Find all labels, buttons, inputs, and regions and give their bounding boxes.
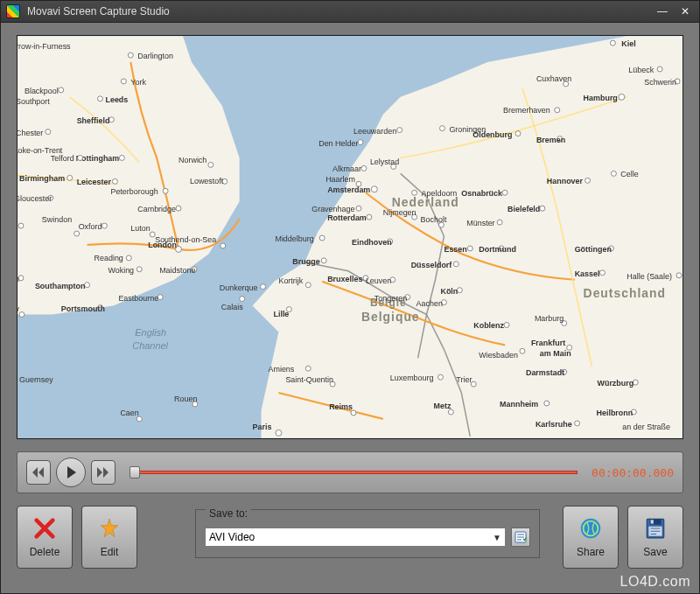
play-button[interactable] bbox=[56, 458, 86, 487]
svg-text:Kassel: Kassel bbox=[575, 269, 600, 278]
svg-text:Marburg: Marburg bbox=[535, 314, 564, 323]
svg-text:Groningen: Groningen bbox=[449, 125, 486, 134]
svg-text:Southport: Southport bbox=[18, 97, 50, 106]
preview-viewport: Nederland België Belgique Deutschland En… bbox=[17, 35, 683, 439]
svg-text:Bremen: Bremen bbox=[536, 136, 565, 144]
save-icon bbox=[643, 516, 668, 541]
svg-point-121 bbox=[321, 258, 326, 263]
save-settings-button[interactable] bbox=[511, 528, 530, 547]
progress-knob[interactable] bbox=[130, 466, 140, 479]
save-format-select[interactable]: AVI Video ▼ bbox=[205, 528, 506, 547]
svg-text:Aachen: Aachen bbox=[416, 299, 443, 308]
label-english: English bbox=[135, 327, 166, 338]
svg-text:Woking: Woking bbox=[108, 266, 134, 275]
app-icon bbox=[6, 4, 20, 18]
svg-text:Alkmaar: Alkmaar bbox=[332, 164, 361, 173]
svg-text:Apeldoorn: Apeldoorn bbox=[422, 189, 458, 198]
svg-text:Koblenz: Koblenz bbox=[473, 321, 504, 330]
svg-text:am Main: am Main bbox=[540, 349, 571, 358]
svg-text:Peterborough: Peterborough bbox=[110, 187, 158, 196]
svg-text:Luxembourg: Luxembourg bbox=[390, 374, 434, 382]
svg-point-109 bbox=[497, 220, 502, 225]
svg-text:Paris: Paris bbox=[253, 423, 272, 431]
svg-text:Portsmouth: Portsmouth bbox=[61, 304, 105, 313]
svg-point-182 bbox=[575, 421, 580, 426]
svg-text:Gloucester: Gloucester bbox=[18, 194, 52, 203]
svg-text:Frankfurt: Frankfurt bbox=[531, 339, 565, 347]
svg-text:Cuxhaven: Cuxhaven bbox=[536, 74, 571, 83]
svg-point-17 bbox=[112, 178, 117, 184]
svg-text:Caen: Caen bbox=[120, 409, 138, 417]
svg-point-39 bbox=[126, 255, 131, 261]
svg-point-135 bbox=[261, 284, 266, 290]
svg-text:Köln: Köln bbox=[440, 287, 458, 296]
svg-point-13 bbox=[119, 155, 124, 160]
svg-text:Würzburg: Würzburg bbox=[598, 379, 634, 388]
edit-button[interactable]: Edit bbox=[81, 506, 137, 569]
svg-text:Schwerin: Schwerin bbox=[644, 78, 676, 87]
svg-text:an der Straße: an der Straße bbox=[622, 423, 670, 431]
svg-text:Trier: Trier bbox=[456, 375, 472, 384]
svg-text:Rotterdam: Rotterdam bbox=[327, 213, 367, 222]
svg-point-127 bbox=[599, 270, 605, 276]
svg-text:Leeds: Leeds bbox=[105, 95, 128, 104]
svg-text:Chester: Chester bbox=[18, 129, 43, 137]
forward-button[interactable] bbox=[91, 460, 116, 485]
svg-point-158 bbox=[520, 348, 525, 353]
svg-point-123 bbox=[453, 262, 458, 267]
svg-text:Bruxelles: Bruxelles bbox=[327, 275, 362, 283]
svg-text:Hamburg: Hamburg bbox=[584, 94, 618, 102]
label-deutschland: Deutschland bbox=[584, 286, 666, 300]
svg-text:Bremerhaven: Bremerhaven bbox=[503, 106, 550, 115]
svg-point-166 bbox=[305, 366, 311, 371]
svg-text:Rouen: Rouen bbox=[174, 395, 197, 403]
save-panel: Save to: AVI Video ▼ bbox=[195, 509, 540, 558]
svg-point-63 bbox=[610, 40, 615, 45]
svg-text:Saint-Quentin: Saint-Quentin bbox=[285, 375, 333, 384]
svg-text:Sheffield: Sheffield bbox=[77, 116, 110, 125]
window-title: Movavi Screen Capture Studio bbox=[27, 5, 650, 17]
svg-text:Halle (Saale): Halle (Saale) bbox=[626, 272, 672, 281]
edit-label: Edit bbox=[101, 546, 119, 558]
svg-text:Darlington: Darlington bbox=[137, 52, 173, 60]
svg-text:Heilbronn: Heilbronn bbox=[597, 409, 634, 417]
svg-text:Metz: Metz bbox=[433, 402, 451, 410]
label-belgique: Belgique bbox=[361, 310, 420, 324]
timecode: 00:00:00.000 bbox=[586, 466, 674, 479]
svg-point-31 bbox=[102, 223, 107, 228]
share-button[interactable]: Share bbox=[563, 506, 619, 569]
svg-text:Amiens: Amiens bbox=[268, 365, 294, 374]
svg-point-41 bbox=[136, 267, 142, 272]
svg-point-99 bbox=[502, 190, 508, 195]
svg-point-137 bbox=[305, 283, 311, 288]
svg-point-79 bbox=[358, 140, 363, 145]
svg-text:Oxford: Oxford bbox=[79, 222, 102, 231]
forward-icon bbox=[97, 467, 109, 478]
svg-text:Gravenhage: Gravenhage bbox=[312, 205, 354, 213]
minimize-button[interactable]: — bbox=[652, 3, 673, 19]
svg-text:Wiesbaden: Wiesbaden bbox=[479, 351, 518, 360]
close-button[interactable]: ✕ bbox=[675, 3, 696, 19]
save-button[interactable]: Save bbox=[627, 506, 683, 569]
svg-text:Southend-on-Sea: Southend-on-Sea bbox=[155, 235, 216, 244]
rewind-button[interactable] bbox=[26, 460, 51, 485]
svg-text:Lelystad: Lelystad bbox=[370, 157, 399, 166]
chevron-down-icon: ▼ bbox=[493, 533, 501, 542]
svg-text:Lille: Lille bbox=[273, 310, 289, 318]
watermark: LO4D.com bbox=[620, 574, 690, 590]
svg-text:Bocholt: Bocholt bbox=[421, 215, 447, 224]
progress-slider[interactable] bbox=[130, 466, 578, 479]
save-format-value: AVI Video bbox=[209, 531, 255, 543]
svg-point-81 bbox=[397, 128, 402, 133]
svg-text:Haarlem: Haarlem bbox=[326, 175, 355, 184]
svg-text:York: York bbox=[130, 78, 146, 87]
rewind-icon bbox=[32, 467, 45, 478]
svg-text:Mannheim: Mannheim bbox=[500, 400, 538, 409]
svg-text:Southampton: Southampton bbox=[35, 282, 86, 290]
delete-button[interactable]: Delete bbox=[17, 506, 73, 569]
svg-point-59 bbox=[78, 155, 83, 160]
svg-text:Lowestoft: Lowestoft bbox=[190, 177, 224, 185]
svg-text:Taunton: Taunton bbox=[18, 275, 19, 283]
svg-point-15 bbox=[67, 175, 73, 180]
svg-point-180 bbox=[544, 401, 550, 406]
